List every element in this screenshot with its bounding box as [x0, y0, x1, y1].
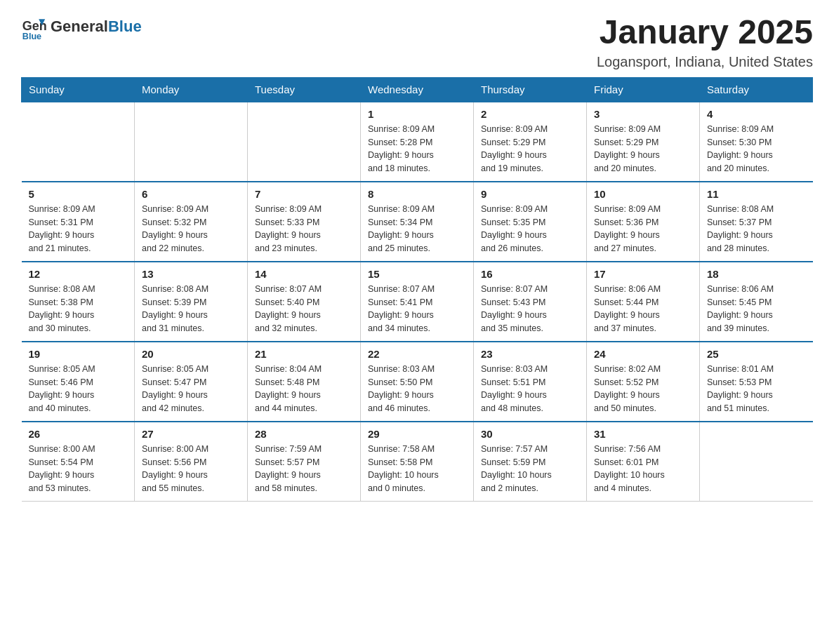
day-info: Sunrise: 8:07 AM Sunset: 5:41 PM Dayligh…	[368, 283, 466, 335]
week-row-4: 19Sunrise: 8:05 AM Sunset: 5:46 PM Dayli…	[22, 342, 813, 422]
day-number: 27	[142, 428, 240, 440]
day-number: 14	[255, 268, 353, 280]
day-info: Sunrise: 8:09 AM Sunset: 5:28 PM Dayligh…	[368, 123, 466, 175]
day-info: Sunrise: 8:09 AM Sunset: 5:34 PM Dayligh…	[368, 203, 466, 255]
day-number: 19	[29, 348, 128, 360]
day-cell-26: 26Sunrise: 8:00 AM Sunset: 5:54 PM Dayli…	[22, 422, 135, 502]
day-cell-29: 29Sunrise: 7:58 AM Sunset: 5:58 PM Dayli…	[361, 422, 474, 502]
day-info: Sunrise: 8:09 AM Sunset: 5:30 PM Dayligh…	[707, 123, 806, 175]
col-header-tuesday: Tuesday	[248, 77, 361, 102]
day-info: Sunrise: 8:04 AM Sunset: 5:48 PM Dayligh…	[255, 363, 353, 415]
col-header-friday: Friday	[587, 77, 700, 102]
day-cell-11: 11Sunrise: 8:08 AM Sunset: 5:37 PM Dayli…	[700, 182, 813, 262]
day-info: Sunrise: 8:01 AM Sunset: 5:53 PM Dayligh…	[707, 363, 806, 415]
day-info: Sunrise: 8:09 AM Sunset: 5:36 PM Dayligh…	[594, 203, 692, 255]
day-cell-14: 14Sunrise: 8:07 AM Sunset: 5:40 PM Dayli…	[248, 262, 361, 342]
calendar-header-row: SundayMondayTuesdayWednesdayThursdayFrid…	[22, 77, 813, 102]
logo: Gen Blue GeneralBlue	[21, 14, 142, 39]
day-info: Sunrise: 8:09 AM Sunset: 5:31 PM Dayligh…	[29, 203, 128, 255]
day-cell-17: 17Sunrise: 8:06 AM Sunset: 5:44 PM Dayli…	[587, 262, 700, 342]
day-number: 4	[707, 108, 806, 120]
day-info: Sunrise: 8:09 AM Sunset: 5:29 PM Dayligh…	[481, 123, 579, 175]
svg-text:Blue: Blue	[22, 32, 41, 39]
day-number: 5	[29, 188, 128, 200]
day-info: Sunrise: 7:56 AM Sunset: 6:01 PM Dayligh…	[594, 443, 692, 495]
location-title: Logansport, Indiana, United States	[597, 54, 813, 70]
day-info: Sunrise: 8:08 AM Sunset: 5:38 PM Dayligh…	[29, 283, 128, 335]
col-header-monday: Monday	[135, 77, 248, 102]
day-cell-13: 13Sunrise: 8:08 AM Sunset: 5:39 PM Dayli…	[135, 262, 248, 342]
day-number: 29	[368, 428, 466, 440]
day-cell-8: 8Sunrise: 8:09 AM Sunset: 5:34 PM Daylig…	[361, 182, 474, 262]
empty-cell	[22, 102, 135, 182]
day-cell-28: 28Sunrise: 7:59 AM Sunset: 5:57 PM Dayli…	[248, 422, 361, 502]
day-info: Sunrise: 8:06 AM Sunset: 5:44 PM Dayligh…	[594, 283, 692, 335]
week-row-3: 12Sunrise: 8:08 AM Sunset: 5:38 PM Dayli…	[22, 262, 813, 342]
day-number: 16	[481, 268, 579, 280]
day-cell-22: 22Sunrise: 8:03 AM Sunset: 5:50 PM Dayli…	[361, 342, 474, 422]
month-title: January 2025	[597, 14, 813, 51]
day-number: 13	[142, 268, 240, 280]
day-info: Sunrise: 8:07 AM Sunset: 5:40 PM Dayligh…	[255, 283, 353, 335]
day-number: 31	[594, 428, 692, 440]
logo-text-general: General	[51, 18, 108, 35]
day-info: Sunrise: 8:07 AM Sunset: 5:43 PM Dayligh…	[481, 283, 579, 335]
day-info: Sunrise: 8:08 AM Sunset: 5:37 PM Dayligh…	[707, 203, 806, 255]
col-header-saturday: Saturday	[700, 77, 813, 102]
day-info: Sunrise: 8:00 AM Sunset: 5:56 PM Dayligh…	[142, 443, 240, 495]
day-number: 1	[368, 108, 466, 120]
logo-text-blue: Blue	[108, 18, 142, 35]
empty-cell	[700, 422, 813, 502]
week-row-1: 1Sunrise: 8:09 AM Sunset: 5:28 PM Daylig…	[22, 102, 813, 182]
day-info: Sunrise: 7:58 AM Sunset: 5:58 PM Dayligh…	[368, 443, 466, 495]
day-cell-9: 9Sunrise: 8:09 AM Sunset: 5:35 PM Daylig…	[474, 182, 587, 262]
day-info: Sunrise: 8:09 AM Sunset: 5:33 PM Dayligh…	[255, 203, 353, 255]
day-cell-15: 15Sunrise: 8:07 AM Sunset: 5:41 PM Dayli…	[361, 262, 474, 342]
day-cell-7: 7Sunrise: 8:09 AM Sunset: 5:33 PM Daylig…	[248, 182, 361, 262]
day-cell-3: 3Sunrise: 8:09 AM Sunset: 5:29 PM Daylig…	[587, 102, 700, 182]
day-number: 6	[142, 188, 240, 200]
day-info: Sunrise: 8:09 AM Sunset: 5:35 PM Dayligh…	[481, 203, 579, 255]
day-cell-20: 20Sunrise: 8:05 AM Sunset: 5:47 PM Dayli…	[135, 342, 248, 422]
day-number: 15	[368, 268, 466, 280]
day-cell-4: 4Sunrise: 8:09 AM Sunset: 5:30 PM Daylig…	[700, 102, 813, 182]
day-cell-10: 10Sunrise: 8:09 AM Sunset: 5:36 PM Dayli…	[587, 182, 700, 262]
day-number: 21	[255, 348, 353, 360]
day-number: 12	[29, 268, 128, 280]
day-info: Sunrise: 8:09 AM Sunset: 5:29 PM Dayligh…	[594, 123, 692, 175]
day-number: 23	[481, 348, 579, 360]
day-cell-31: 31Sunrise: 7:56 AM Sunset: 6:01 PM Dayli…	[587, 422, 700, 502]
calendar-table: SundayMondayTuesdayWednesdayThursdayFrid…	[21, 77, 813, 502]
day-cell-27: 27Sunrise: 8:00 AM Sunset: 5:56 PM Dayli…	[135, 422, 248, 502]
day-cell-16: 16Sunrise: 8:07 AM Sunset: 5:43 PM Dayli…	[474, 262, 587, 342]
day-info: Sunrise: 7:59 AM Sunset: 5:57 PM Dayligh…	[255, 443, 353, 495]
day-info: Sunrise: 7:57 AM Sunset: 5:59 PM Dayligh…	[481, 443, 579, 495]
day-info: Sunrise: 8:03 AM Sunset: 5:51 PM Dayligh…	[481, 363, 579, 415]
day-cell-1: 1Sunrise: 8:09 AM Sunset: 5:28 PM Daylig…	[361, 102, 474, 182]
day-number: 7	[255, 188, 353, 200]
day-number: 8	[368, 188, 466, 200]
day-cell-2: 2Sunrise: 8:09 AM Sunset: 5:29 PM Daylig…	[474, 102, 587, 182]
day-number: 30	[481, 428, 579, 440]
day-number: 20	[142, 348, 240, 360]
day-number: 17	[594, 268, 692, 280]
day-number: 9	[481, 188, 579, 200]
day-cell-25: 25Sunrise: 8:01 AM Sunset: 5:53 PM Dayli…	[700, 342, 813, 422]
col-header-wednesday: Wednesday	[361, 77, 474, 102]
day-number: 2	[481, 108, 579, 120]
day-info: Sunrise: 8:00 AM Sunset: 5:54 PM Dayligh…	[29, 443, 128, 495]
day-number: 25	[707, 348, 806, 360]
day-number: 26	[29, 428, 128, 440]
day-cell-6: 6Sunrise: 8:09 AM Sunset: 5:32 PM Daylig…	[135, 182, 248, 262]
col-header-thursday: Thursday	[474, 77, 587, 102]
day-number: 22	[368, 348, 466, 360]
day-info: Sunrise: 8:05 AM Sunset: 5:47 PM Dayligh…	[142, 363, 240, 415]
day-info: Sunrise: 8:08 AM Sunset: 5:39 PM Dayligh…	[142, 283, 240, 335]
day-number: 24	[594, 348, 692, 360]
day-info: Sunrise: 8:06 AM Sunset: 5:45 PM Dayligh…	[707, 283, 806, 335]
col-header-sunday: Sunday	[22, 77, 135, 102]
day-cell-23: 23Sunrise: 8:03 AM Sunset: 5:51 PM Dayli…	[474, 342, 587, 422]
day-info: Sunrise: 8:05 AM Sunset: 5:46 PM Dayligh…	[29, 363, 128, 415]
day-number: 18	[707, 268, 806, 280]
day-number: 3	[594, 108, 692, 120]
